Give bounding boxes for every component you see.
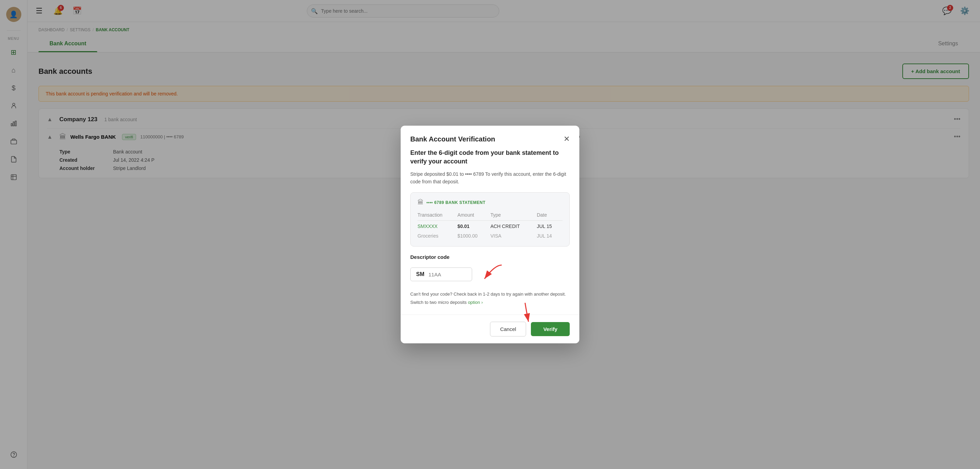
col-type: Type xyxy=(490,211,537,221)
cant-find-text: Can't find your code? Check back in 1-2 … xyxy=(410,291,570,298)
col-transaction: Transaction xyxy=(417,211,457,221)
modal-header: Bank Account Verification ✕ xyxy=(401,126,579,149)
row2-amount: $1000.00 xyxy=(457,230,490,240)
modal-subtitle: Enter the 6-digit code from your bank st… xyxy=(410,149,570,166)
descriptor-input-wrapper: SM xyxy=(410,268,472,281)
modal-description: Stripe deposited $0.01 to •••• 6789 To v… xyxy=(410,170,570,186)
row1-date: JUL 15 xyxy=(537,221,563,231)
col-date: Date xyxy=(537,211,563,221)
statement-header: 🏛 •••• 6789 BANK STATEMENT xyxy=(417,199,563,206)
descriptor-code-input[interactable] xyxy=(428,272,456,277)
statement-bank-icon: 🏛 xyxy=(417,199,424,206)
row2-type: VISA xyxy=(490,230,537,240)
modal-title: Bank Account Verification xyxy=(410,135,495,143)
modal-footer: Cancel Verify xyxy=(401,314,579,343)
verify-red-arrow-svg xyxy=(515,301,535,325)
col-amount: Amount xyxy=(457,211,490,221)
descriptor-prefix: SM xyxy=(416,271,424,277)
verify-button[interactable]: Verify xyxy=(531,322,570,336)
statement-table: Transaction Amount Type Date SMXXXX $0.0… xyxy=(417,211,563,240)
statement-row-1: SMXXXX $0.01 ACH CREDIT JUL 15 xyxy=(417,221,563,231)
verify-arrow-annotation xyxy=(515,301,535,326)
bank-statement-box: 🏛 •••• 6789 BANK STATEMENT Transaction A… xyxy=(410,192,570,247)
row2-transaction: Groceries xyxy=(417,230,457,240)
row2-date: JUL 14 xyxy=(537,230,563,240)
statement-label: •••• 6789 BANK STATEMENT xyxy=(426,200,485,205)
row1-transaction: SMXXXX xyxy=(417,221,457,231)
switch-option-text: Switch to two micro deposits option › xyxy=(410,300,570,305)
row1-amount: $0.01 xyxy=(457,221,490,231)
statement-row-2: Groceries $1000.00 VISA JUL 14 xyxy=(417,230,563,240)
modal-overlay[interactable]: Bank Account Verification ✕ Enter the 6-… xyxy=(0,0,980,469)
modal-body: Enter the 6-digit code from your bank st… xyxy=(401,149,579,314)
modal: Bank Account Verification ✕ Enter the 6-… xyxy=(401,126,579,343)
descriptor-label: Descriptor code xyxy=(410,254,570,260)
arrow-annotation xyxy=(477,263,505,285)
row1-type: ACH CREDIT xyxy=(490,221,537,231)
modal-close-button[interactable]: ✕ xyxy=(563,135,570,143)
switch-option-link[interactable]: option › xyxy=(468,300,483,305)
red-arrow-svg xyxy=(477,263,505,284)
